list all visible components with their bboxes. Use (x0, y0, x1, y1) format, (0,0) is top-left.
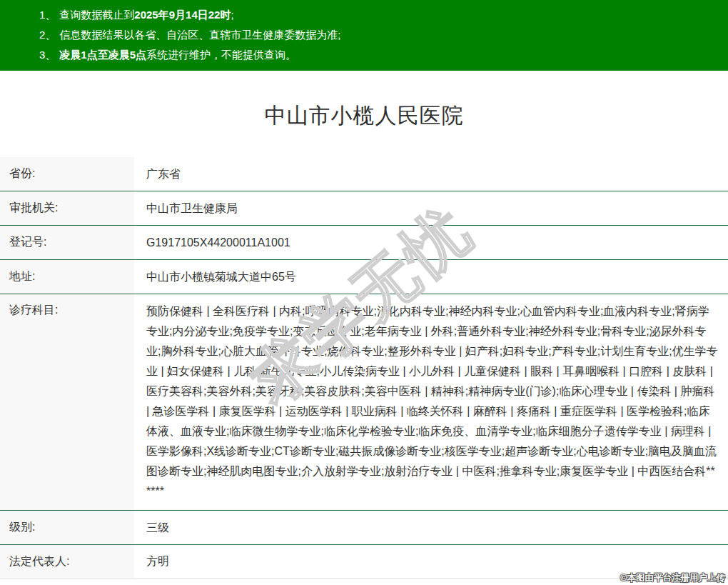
table-row-legal-representative: 法定代表人: 方明 (0, 545, 728, 579)
notice-number: 2、 (39, 29, 56, 41)
row-value: 预防保健科 | 全科医疗科 | 内科;呼吸内科专业;消化内科专业;神经内科专业;… (134, 294, 728, 510)
row-label: 诊疗科目: (0, 294, 134, 510)
row-label: 法定代表人: (0, 545, 134, 578)
notice-text-bold: 2025年9月14日22时 (134, 9, 231, 21)
table-row-registration-number: 登记号: G1917105X44200011A1001 (0, 226, 728, 260)
row-value: 中山市小榄镇菊城大道中65号 (134, 261, 728, 294)
table-row-medical-departments: 诊疗科目: 预防保健科 | 全科医疗科 | 内科;呼吸内科专业;消化内科专业;神… (0, 294, 728, 511)
notice-text: ; (231, 9, 233, 21)
notice-number: 1、 (39, 9, 56, 21)
notice-line-3: 3、凌晨1点至凌晨5点系统进行维护，不能提供查询。 (39, 45, 721, 65)
row-value: G1917105X44200011A1001 (134, 226, 728, 259)
hospital-info-table: 省份: 广东省 审批机关: 中山市卫生健康局 登记号: G1917105X442… (0, 157, 728, 579)
row-label: 审批机关: (0, 191, 134, 225)
row-value: 中山市卫生健康局 (134, 192, 728, 225)
row-value: 三级 (134, 511, 728, 544)
notice-banner: 1、查询数据截止到2025年9月14日22时; 2、信息数据结果以各省、自治区、… (0, 0, 728, 71)
credit-text: ©本图由平台注册用户上传 (620, 572, 725, 584)
notice-text-bold: 凌晨1点至凌晨5点 (59, 49, 146, 61)
row-label: 登记号: (0, 226, 134, 259)
table-row-approval-authority: 审批机关: 中山市卫生健康局 (0, 191, 728, 226)
table-row-address: 地址: 中山市小榄镇菊城大道中65号 (0, 260, 728, 294)
notice-line-2: 2、信息数据结果以各省、自治区、直辖市卫生健康委数据为准; (39, 25, 721, 45)
notice-text: 系统进行维护，不能提供查询。 (146, 49, 296, 61)
table-row-province: 省份: 广东省 (0, 157, 728, 191)
row-label: 省份: (0, 157, 134, 191)
row-value: 广东省 (134, 158, 728, 191)
notice-text: 查询数据截止到 (59, 9, 134, 21)
row-label: 地址: (0, 260, 134, 294)
notice-text: 信息数据结果以各省、自治区、直辖市卫生健康委数据为准; (59, 29, 340, 41)
page-title: 中山市小榄人民医院 (0, 101, 728, 131)
notice-number: 3、 (39, 49, 56, 61)
notice-line-1: 1、查询数据截止到2025年9月14日22时; (39, 5, 721, 25)
table-row-level: 级别: 三级 (0, 511, 728, 545)
row-label: 级别: (0, 511, 134, 544)
